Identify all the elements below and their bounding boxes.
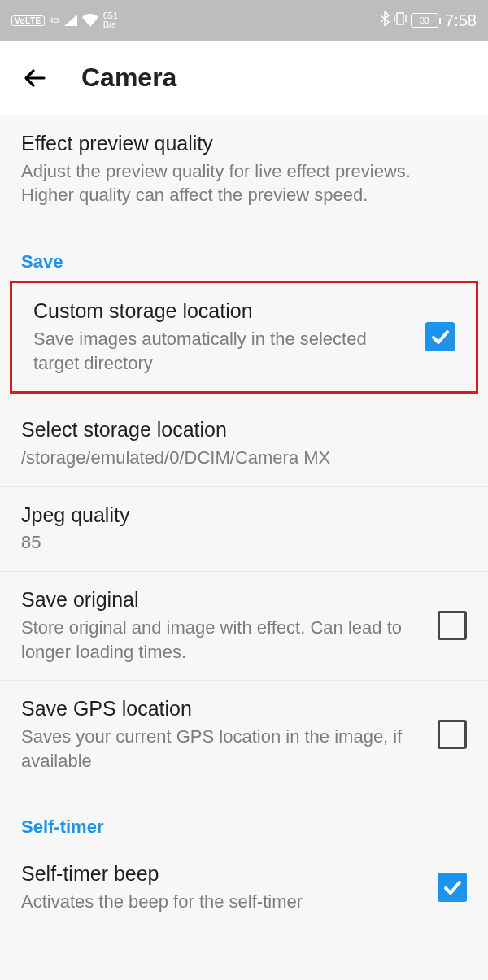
svg-rect-0 [397, 13, 403, 24]
network-gen: 4G [50, 17, 59, 24]
wifi-icon [82, 14, 98, 27]
checkbox-save-original[interactable] [438, 611, 467, 640]
setting-title: Custom storage location [33, 298, 411, 325]
setting-subtitle: /storage/emulated/0/DCIM/Camera MX [21, 446, 467, 470]
setting-save-original[interactable]: Save original Store original and image w… [0, 572, 488, 681]
checkbox-save-gps[interactable] [438, 720, 467, 749]
signal-icon [64, 15, 77, 26]
setting-title: Jpeg quality [21, 502, 467, 529]
setting-select-storage-location[interactable]: Select storage location /storage/emulate… [0, 394, 488, 486]
settings-list: Effect preview quality Adjust the previe… [0, 115, 488, 922]
checkbox-custom-storage[interactable] [425, 322, 455, 351]
setting-subtitle: Saves your current GPS location in the i… [21, 725, 423, 773]
vibrate-icon [393, 11, 407, 29]
setting-subtitle: Adjust the preview quality for live effe… [21, 159, 467, 207]
setting-subtitle: 85 [21, 530, 467, 555]
back-icon[interactable] [21, 64, 49, 92]
bluetooth-icon [380, 11, 390, 29]
setting-title: Effect preview quality [21, 130, 467, 158]
setting-subtitle: Save images automatically in the selecte… [33, 327, 411, 375]
status-bar: VoLTE 4G 651 B/s 33 7:58 [0, 0, 488, 41]
setting-title: Save original [21, 586, 423, 614]
app-header: Camera [0, 41, 488, 115]
battery-icon: 33 [411, 13, 438, 28]
clock: 7:58 [445, 11, 477, 30]
section-header-selftimer: Self-timer [0, 789, 488, 846]
status-left: VoLTE 4G 651 B/s [11, 11, 118, 29]
section-header-save: Save [0, 224, 488, 281]
setting-custom-storage-location[interactable]: Custom storage location Save images auto… [12, 283, 476, 391]
setting-effect-preview-quality[interactable]: Effect preview quality Adjust the previe… [0, 115, 488, 224]
setting-jpeg-quality[interactable]: Jpeg quality 85 [0, 487, 488, 572]
highlight-box: Custom storage location Save images auto… [10, 281, 478, 394]
setting-subtitle: Activates the beep for the self-timer [21, 890, 423, 914]
setting-title: Select storage location [21, 416, 467, 444]
setting-selftimer-beep[interactable]: Self-timer beep Activates the beep for t… [0, 846, 488, 921]
setting-title: Self-timer beep [21, 860, 423, 888]
setting-title: Save GPS location [21, 695, 423, 723]
checkbox-selftimer-beep[interactable] [438, 873, 467, 902]
network-speed: 651 B/s [103, 11, 118, 29]
speed-unit: B/s [103, 20, 118, 29]
page-title: Camera [81, 63, 176, 93]
setting-save-gps-location[interactable]: Save GPS location Saves your current GPS… [0, 681, 488, 789]
battery-level: 33 [420, 16, 429, 25]
volte-badge: VoLTE [11, 15, 45, 26]
status-right: 33 7:58 [380, 11, 477, 30]
setting-subtitle: Store original and image with effect. Ca… [21, 616, 423, 664]
